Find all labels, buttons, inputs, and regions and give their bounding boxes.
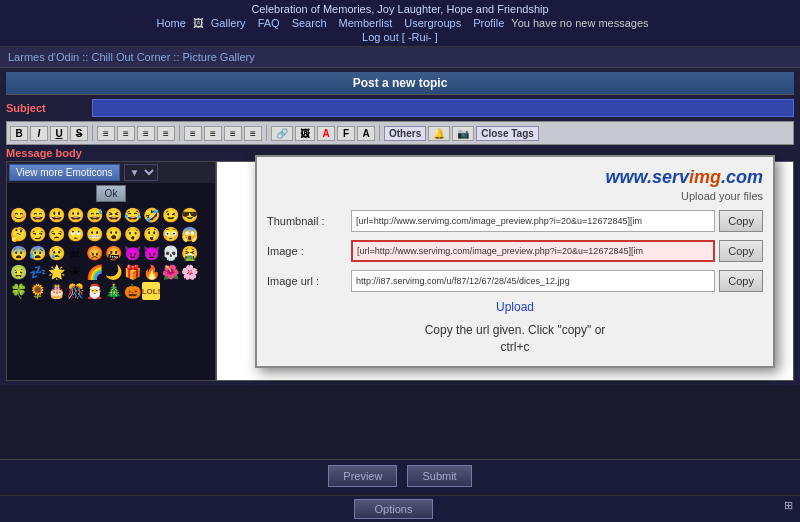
toolbar-strike[interactable]: S: [70, 126, 88, 141]
toolbar-font[interactable]: F: [337, 126, 355, 141]
emoji-23[interactable]: 😢: [47, 244, 65, 262]
toolbar-color[interactable]: A: [317, 126, 335, 141]
emoji-8[interactable]: 🤣: [142, 206, 160, 224]
emoji-20[interactable]: 😱: [180, 225, 198, 243]
nav-usergroups[interactable]: Usergroups: [404, 17, 461, 29]
nav-home[interactable]: Home: [156, 17, 185, 29]
nav-search[interactable]: Search: [292, 17, 327, 29]
emoji-19[interactable]: 😳: [161, 225, 179, 243]
toolbar-icon2[interactable]: 📷: [452, 126, 474, 141]
popup-tagline: Upload your files: [267, 190, 763, 202]
emoji-28[interactable]: 👿: [142, 244, 160, 262]
toolbar-underline[interactable]: U: [50, 126, 68, 141]
breadcrumb-chill[interactable]: Chill Out Corner: [91, 51, 170, 63]
toolbar-list3[interactable]: ≡: [224, 126, 242, 141]
emoji-5[interactable]: 😅: [85, 206, 103, 224]
emoji-41[interactable]: 🍀: [9, 282, 27, 300]
emoji-26[interactable]: 🤬: [104, 244, 122, 262]
emoji-3[interactable]: 😃: [47, 206, 65, 224]
emoji-flower[interactable]: 🌺: [161, 263, 179, 281]
toolbar-link[interactable]: 🔗: [271, 126, 293, 141]
image-input[interactable]: [351, 240, 715, 262]
nav-logout[interactable]: Log out [ -Rui- ]: [362, 31, 438, 43]
emoji-16[interactable]: 😮: [104, 225, 122, 243]
emoji-sun[interactable]: ☀: [66, 263, 84, 281]
toolbar-align2[interactable]: ≡: [117, 126, 135, 141]
toolbar-italic[interactable]: I: [30, 126, 48, 141]
toolbar-list4[interactable]: ≡: [244, 126, 262, 141]
nav-profile[interactable]: Profile: [473, 17, 504, 29]
emoji-dropdown[interactable]: ▼: [124, 164, 158, 181]
emoji-star[interactable]: 🌟: [47, 263, 65, 281]
emoji-skull[interactable]: ☠: [66, 244, 84, 262]
toolbar-img[interactable]: 🖼: [295, 126, 315, 141]
emoji-10[interactable]: 😎: [180, 206, 198, 224]
emoji-21[interactable]: 😨: [9, 244, 27, 262]
image-url-label: Image url :: [267, 275, 347, 287]
thumbnail-copy-btn[interactable]: Copy: [719, 210, 763, 232]
emoji-22[interactable]: 😰: [28, 244, 46, 262]
emoji-36[interactable]: 🌙: [104, 263, 122, 281]
upload-link[interactable]: Upload: [267, 300, 763, 314]
toolbar-others[interactable]: Others: [384, 126, 426, 141]
toolbar-bold[interactable]: B: [10, 126, 28, 141]
emoji-42[interactable]: 🌻: [28, 282, 46, 300]
emoji-scroll[interactable]: 😊 😄 😃 😀 😅 😆 😂 🤣 😉 😎 🤔 😏 😒 🙄: [7, 204, 215, 380]
emoji-27[interactable]: 😈: [123, 244, 141, 262]
emoji-1[interactable]: 😊: [9, 206, 27, 224]
emoji-14[interactable]: 🙄: [66, 225, 84, 243]
emoji-44[interactable]: 🎊: [66, 282, 84, 300]
emoji-lol[interactable]: LOL!: [142, 282, 160, 300]
thumbnail-label: Thumbnail :: [267, 215, 347, 227]
emoji-13[interactable]: 😒: [47, 225, 65, 243]
subject-input[interactable]: [92, 99, 794, 117]
emoji-ok-btn[interactable]: Ok: [96, 185, 127, 202]
image-copy-btn[interactable]: Copy: [719, 240, 763, 262]
emoji-gift[interactable]: 🎁: [123, 263, 141, 281]
toolbar-align3[interactable]: ≡: [137, 126, 155, 141]
nav-memberlist[interactable]: Memberlist: [339, 17, 393, 29]
breadcrumb-larmes[interactable]: Larmes d'Odin: [8, 51, 79, 63]
nav-faq[interactable]: FAQ: [258, 17, 280, 29]
toolbar-list1[interactable]: ≡: [184, 126, 202, 141]
emoji-6[interactable]: 😆: [104, 206, 122, 224]
site-title: Celebration of Memories, Joy Laughter, H…: [0, 3, 800, 15]
breadcrumb-gallery[interactable]: Picture Gallery: [183, 51, 255, 63]
emoji-more-btn[interactable]: View more Emoticons: [9, 164, 120, 181]
toolbar-close-tags[interactable]: Close Tags: [476, 126, 539, 141]
emoji-9[interactable]: 😉: [161, 206, 179, 224]
emoji-12[interactable]: 😏: [28, 225, 46, 243]
toolbar-list2[interactable]: ≡: [204, 126, 222, 141]
toolbar-icon1[interactable]: 🔔: [428, 126, 450, 141]
emoji-31[interactable]: 🤢: [9, 263, 27, 281]
emoji-11[interactable]: 🤔: [9, 225, 27, 243]
emoji-30[interactable]: 🤮: [180, 244, 198, 262]
emoji-7[interactable]: 😂: [123, 206, 141, 224]
emoji-35[interactable]: 🌈: [85, 263, 103, 281]
thumbnail-input[interactable]: [351, 210, 715, 232]
toolbar-align1[interactable]: ≡: [97, 126, 115, 141]
emoji-4[interactable]: 😀: [66, 206, 84, 224]
emoji-17[interactable]: 😯: [123, 225, 141, 243]
emoji-fire[interactable]: 🔥: [142, 263, 160, 281]
popup-instruction: Copy the url given. Click "copy" orctrl+…: [267, 322, 763, 356]
emoji-29[interactable]: 💀: [161, 244, 179, 262]
emoji-15[interactable]: 😬: [85, 225, 103, 243]
emoji-40[interactable]: 🌸: [180, 263, 198, 281]
emoji-2[interactable]: 😄: [28, 206, 46, 224]
toolbar-align4[interactable]: ≡: [157, 126, 175, 141]
options-button[interactable]: Options: [354, 499, 434, 519]
emoji-18[interactable]: 😲: [142, 225, 160, 243]
nav-gallery[interactable]: Gallery: [211, 17, 246, 29]
emoji-santa[interactable]: 🎅: [85, 282, 103, 300]
preview-button[interactable]: Preview: [328, 465, 397, 487]
emoji-pumpkin[interactable]: 🎃: [123, 282, 141, 300]
toolbar-size[interactable]: A: [357, 126, 375, 141]
emoji-zzz[interactable]: 💤: [28, 263, 46, 281]
emoji-25[interactable]: 😡: [85, 244, 103, 262]
emoji-tree[interactable]: 🎄: [104, 282, 122, 300]
image-url-input[interactable]: [351, 270, 715, 292]
emoji-43[interactable]: 🎂: [47, 282, 65, 300]
image-url-copy-btn[interactable]: Copy: [719, 270, 763, 292]
submit-button[interactable]: Submit: [407, 465, 471, 487]
